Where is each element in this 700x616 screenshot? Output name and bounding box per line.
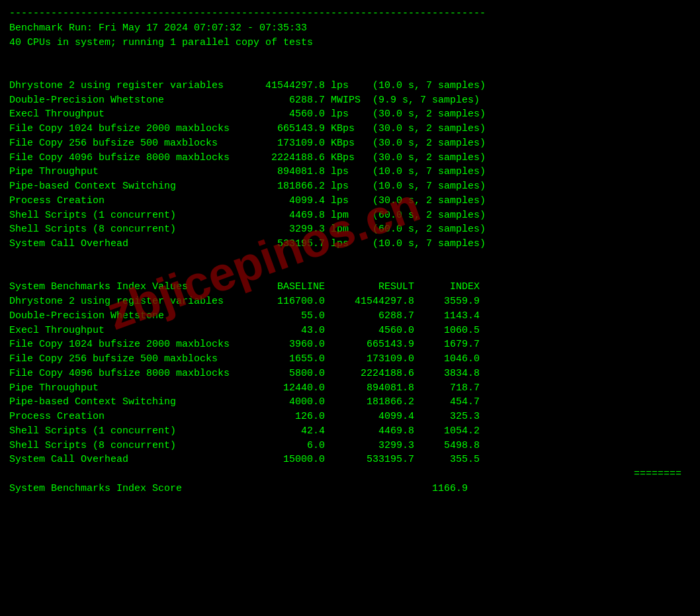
benchmark-row: Process Creation 4099.4 lps (30.0 s, 2 s… (9, 194, 691, 208)
equals-line: ======== (9, 467, 681, 482)
benchmark-row: Pipe Throughput 894081.8 lps (10.0 s, 7 … (9, 165, 691, 179)
index-row: Execl Throughput 43.0 4560.0 1060.5 (9, 324, 691, 338)
index-row: Double-Precision Whetstone 55.0 6288.7 1… (9, 309, 691, 324)
benchmark-row: Pipe-based Context Switching 181866.2 lp… (9, 179, 691, 194)
benchmark-row: Shell Scripts (1 concurrent) 4469.8 lpm … (9, 208, 691, 223)
equals-section: ======== (9, 467, 691, 482)
benchmark-section: Dhrystone 2 using register variables 415… (9, 64, 691, 251)
index-row: File Copy 4096 bufsize 8000 maxblocks 58… (9, 367, 691, 381)
benchmark-row: Shell Scripts (8 concurrent) 3299.3 lpm … (9, 222, 691, 237)
header-line1: Benchmark Run: Fri May 17 2024 07:07:32 … (9, 21, 691, 36)
index-row: Dhrystone 2 using register variables 116… (9, 294, 691, 309)
index-row: Shell Scripts (8 concurrent) 6.0 3299.3 … (9, 439, 691, 453)
benchmark-row: System Call Overhead 533195.7 lps (10.0 … (9, 237, 691, 251)
benchmark-row: File Copy 4096 bufsize 8000 maxblocks 22… (9, 151, 691, 165)
index-row: File Copy 1024 bufsize 2000 maxblocks 39… (9, 337, 691, 352)
benchmark-row: File Copy 1024 bufsize 2000 maxblocks 66… (9, 122, 691, 136)
separator-top: ----------------------------------------… (9, 7, 691, 21)
benchmark-row: Dhrystone 2 using register variables 415… (9, 79, 691, 93)
benchmark-row: File Copy 256 bufsize 500 maxblocks 1731… (9, 136, 691, 151)
index-row: Shell Scripts (1 concurrent) 42.4 4469.8… (9, 424, 691, 439)
index-header-row: System Benchmarks Index Values BASELINE … (9, 280, 691, 294)
index-row: Pipe Throughput 12440.0 894081.8 718.7 (9, 381, 691, 396)
index-row: System Call Overhead 15000.0 533195.7 35… (9, 453, 691, 467)
benchmark-row: Execl Throughput 4560.0 lps (30.0 s, 2 s… (9, 107, 691, 122)
index-section: System Benchmarks Index Values BASELINE … (9, 266, 691, 468)
score-line: System Benchmarks Index Score 1166.9 (9, 482, 691, 496)
index-row: Pipe-based Context Switching 4000.0 1818… (9, 395, 691, 410)
benchmark-row: Double-Precision Whetstone 6288.7 MWIPS … (9, 93, 691, 108)
index-row: File Copy 256 bufsize 500 maxblocks 1655… (9, 352, 691, 367)
index-row: Process Creation 126.0 4099.4 325.3 (9, 410, 691, 424)
header-line2: 40 CPUs in system; running 1 parallel co… (9, 36, 691, 50)
